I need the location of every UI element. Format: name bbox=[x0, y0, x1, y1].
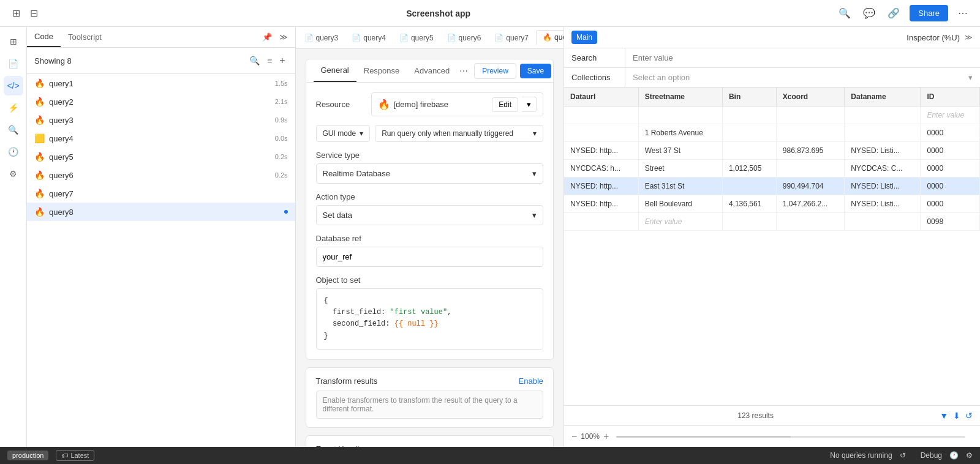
collections-chevron: ▾ bbox=[968, 73, 973, 82]
home-icon[interactable]: ⊞ bbox=[10, 5, 23, 21]
enable-transform-button[interactable]: Enable bbox=[519, 376, 543, 386]
col-bin: Bin bbox=[722, 88, 776, 107]
query2-icon: 🔥 bbox=[34, 97, 44, 107]
zoom-in-button[interactable]: + bbox=[603, 431, 609, 442]
firebase-icon: 🔥 bbox=[378, 99, 390, 110]
inspector-panel: Main Inspector (%U) ≫ Search Collections… bbox=[564, 27, 980, 447]
cell-bin bbox=[722, 107, 776, 124]
table-row[interactable]: Enter value bbox=[564, 107, 980, 124]
filter-results-icon[interactable]: ▼ bbox=[940, 411, 948, 421]
gui-mode-select[interactable]: GUI mode ▾ bbox=[316, 125, 371, 142]
query8-icon: 🔥 bbox=[34, 207, 44, 217]
table-row[interactable]: NYCDCAS: h... Street 1,012,505 NYCDCAS: … bbox=[564, 160, 980, 178]
query-tabs-bar: 📄 query3 📄 query4 📄 query5 📄 query6 📄 bbox=[296, 27, 564, 49]
query-item-query1[interactable]: 🔥 query1 1.5s bbox=[27, 74, 295, 92]
edit-resource-button[interactable]: Edit bbox=[492, 97, 518, 112]
query-item-query4[interactable]: 🟨 query4 0.0s bbox=[27, 129, 295, 148]
search-input[interactable] bbox=[625, 48, 980, 67]
tab-toolscript[interactable]: Toolscript bbox=[61, 28, 109, 47]
latest-badge[interactable]: 🏷 Latest bbox=[56, 450, 94, 461]
query-item-query2[interactable]: 🔥 query2 2.1s bbox=[27, 92, 295, 111]
cell-dataurl bbox=[564, 213, 638, 231]
filter-icon[interactable]: 🔍 bbox=[247, 53, 262, 69]
more-options-button[interactable]: ⋯ bbox=[457, 64, 470, 78]
table-row[interactable]: Enter value 0098 bbox=[564, 213, 980, 231]
query-tab-query6[interactable]: 📄 query6 bbox=[441, 31, 488, 45]
save-button[interactable]: Save bbox=[520, 64, 551, 78]
query-tab-query4-label: query4 bbox=[363, 34, 386, 42]
table-row[interactable]: NYSED: http... Bell Boulevard 4,136,561 … bbox=[564, 195, 980, 213]
query-item-query8[interactable]: 🔥 query8 bbox=[27, 203, 295, 221]
zoom-out-button[interactable]: − bbox=[571, 431, 577, 442]
service-type-select[interactable]: Realtime Database ▾ bbox=[316, 163, 544, 184]
resource-chevron-icon[interactable]: ▾ bbox=[522, 97, 537, 112]
more-options-icon[interactable]: ⋯ bbox=[956, 5, 970, 21]
layout-icon[interactable]: ⊟ bbox=[28, 5, 40, 21]
topbar: ⊞ ⊟ Screenshot app 🔍 💬 🔗 Share ⋯ bbox=[0, 0, 980, 27]
query-item-query7[interactable]: 🔥 query7 bbox=[27, 184, 295, 203]
cell-id: Enter value bbox=[921, 107, 980, 124]
query-tab-query4[interactable]: 📄 query4 bbox=[345, 31, 392, 45]
add-query-button[interactable]: + bbox=[277, 53, 287, 69]
pin-icon[interactable]: 📌 bbox=[260, 30, 274, 44]
sidebar-icon-code[interactable]: </> bbox=[4, 76, 23, 95]
cell-dataname: NYSED: Listi... bbox=[845, 142, 921, 160]
inspector-collapse-icon[interactable]: ≫ bbox=[965, 33, 973, 42]
cell-id: 0000 bbox=[921, 195, 980, 213]
refresh-icon[interactable]: ↺ bbox=[965, 411, 973, 421]
table-row[interactable]: 1 Roberts Avenue 0000 bbox=[564, 124, 980, 142]
query-tab-query7[interactable]: 📄 query7 bbox=[488, 31, 535, 45]
query-tab-query3[interactable]: 📄 query3 bbox=[298, 31, 345, 45]
collapse-sidebar-icon[interactable]: ≫ bbox=[277, 30, 290, 44]
sidebar-icon-history[interactable]: 🕐 bbox=[4, 142, 23, 162]
cell-bin: 1,012,505 bbox=[722, 160, 776, 178]
collections-select[interactable]: Select an option ▾ bbox=[625, 68, 980, 87]
sidebar-icon-pages[interactable]: 📄 bbox=[4, 54, 23, 73]
tag-icon: 🏷 bbox=[61, 452, 68, 459]
table-row-highlighted[interactable]: NYSED: http... East 31st St 990,494.704 … bbox=[564, 178, 980, 195]
sidebar-icon-settings[interactable]: ⚙ bbox=[4, 164, 23, 184]
debug-label[interactable]: Debug bbox=[921, 451, 942, 460]
sidebar-icon-search[interactable]: 🔍 bbox=[4, 120, 23, 140]
query5-name: query5 bbox=[49, 152, 275, 162]
refresh-status-icon[interactable]: ↺ bbox=[900, 451, 906, 460]
code-editor[interactable]: { first_field: "first value", second_fie… bbox=[316, 288, 544, 350]
query5-time: 0.2s bbox=[275, 153, 288, 160]
search-icon[interactable]: 🔍 bbox=[836, 5, 853, 21]
clock-icon[interactable]: 🕐 bbox=[949, 451, 959, 460]
tab-code[interactable]: Code bbox=[27, 27, 61, 47]
link-icon[interactable]: 🔗 bbox=[885, 5, 902, 21]
query-item-query5[interactable]: 🔥 query5 0.2s bbox=[27, 148, 295, 166]
trigger-select[interactable]: Run query only when manually triggered ▾ bbox=[375, 125, 543, 142]
query5-icon: 🔥 bbox=[34, 152, 44, 162]
col-dataurl: Dataurl bbox=[564, 88, 638, 107]
preview-button[interactable]: Preview bbox=[474, 63, 516, 79]
query-item-query6[interactable]: 🔥 query6 0.2s bbox=[27, 166, 295, 184]
download-icon[interactable]: ⬇ bbox=[953, 411, 960, 421]
cell-id: 0000 bbox=[921, 178, 980, 195]
query-tab-query6-icon: 📄 bbox=[447, 34, 456, 42]
share-button[interactable]: Share bbox=[910, 5, 948, 21]
settings-bottom-icon[interactable]: ⚙ bbox=[966, 451, 973, 460]
resource-row: Resource 🔥 [demo] firebase Edit ▾ bbox=[316, 92, 544, 116]
action-type-select[interactable]: Set data ▾ bbox=[316, 205, 544, 225]
chat-icon[interactable]: 💬 bbox=[861, 5, 878, 21]
query-item-query3[interactable]: 🔥 query3 0.9s bbox=[27, 111, 295, 129]
tab-advanced[interactable]: Advanced bbox=[407, 60, 457, 81]
env-badge[interactable]: production bbox=[7, 451, 48, 460]
tab-general[interactable]: General bbox=[314, 59, 356, 82]
inspector-main-tab[interactable]: Main bbox=[571, 31, 597, 44]
sort-icon[interactable]: ≡ bbox=[265, 53, 274, 69]
query-tab-query8[interactable]: 🔥 query8 ⊟ bbox=[536, 30, 564, 45]
inspector-header: Main Inspector (%U) ≫ bbox=[564, 27, 980, 48]
search-label: Search bbox=[564, 48, 625, 67]
query-tab-query5[interactable]: 📄 query5 bbox=[393, 31, 440, 45]
tab-response[interactable]: Response bbox=[356, 60, 407, 81]
table-row[interactable]: NYSED: http... West 37 St 986,873.695 NY… bbox=[564, 142, 980, 160]
sidebar-icon-events[interactable]: ⚡ bbox=[4, 98, 23, 118]
query-form-panel: General Response Advanced ⋯ Preview Save bbox=[306, 59, 554, 360]
query-tab-query7-label: query7 bbox=[506, 34, 529, 42]
sidebar-icon-home[interactable]: ⊞ bbox=[4, 32, 23, 51]
resource-display: 🔥 [demo] firebase Edit ▾ bbox=[371, 92, 544, 116]
database-ref-input[interactable] bbox=[316, 247, 544, 267]
